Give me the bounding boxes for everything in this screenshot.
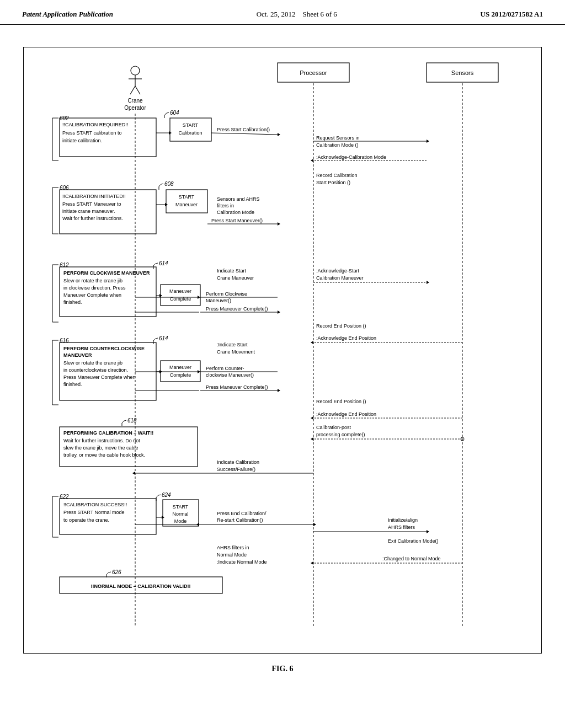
svg-text:!!CALIBRATION REQUIRED!!: !!CALIBRATION REQUIRED!!: [62, 122, 128, 127]
svg-text::Changed to Normal Mode: :Changed to Normal Mode: [382, 556, 441, 561]
svg-text:MANEUVER: MANEUVER: [63, 352, 92, 358]
svg-text::Acknowledge-Start: :Acknowledge-Start: [316, 268, 360, 274]
svg-text:Exit Calibration Mode(): Exit Calibration Mode(): [388, 538, 439, 544]
page-header: Patent Application Publication Oct. 25, …: [0, 0, 565, 25]
svg-text:Maneuver(): Maneuver(): [206, 298, 231, 303]
swimlane-wrapper: Crane Operator Processor Sensors 602 !!: [29, 53, 537, 638]
svg-text:614: 614: [159, 260, 168, 266]
svg-text:Press Maneuver Complete(): Press Maneuver Complete(): [206, 384, 268, 390]
svg-marker-152: [427, 530, 429, 533]
svg-text:Start Position (): Start Position (): [316, 180, 350, 185]
svg-text:Maneuver: Maneuver: [175, 202, 198, 207]
svg-text:Maneuver: Maneuver: [169, 288, 191, 294]
svg-text:Success/Failure(): Success/Failure(): [217, 467, 255, 472]
svg-text:!!NORMAL MODE – CALIBRATION VA: !!NORMAL MODE – CALIBRATION VALID!!: [91, 584, 191, 589]
svg-text:Press START Maneuver to: Press START Maneuver to: [62, 201, 121, 207]
svg-text:Indicate Start: Indicate Start: [217, 268, 247, 274]
svg-text:Normal Mode: Normal Mode: [217, 552, 247, 558]
svg-text:Complete: Complete: [170, 372, 191, 378]
svg-rect-20: [170, 118, 211, 141]
svg-text:Crane Maneuver: Crane Maneuver: [217, 275, 254, 281]
svg-text:Perform Clockwise: Perform Clockwise: [206, 291, 247, 297]
svg-text:624: 624: [162, 492, 171, 498]
svg-text:finished.: finished.: [63, 299, 82, 305]
svg-text:to operate the crane.: to operate the crane.: [63, 517, 109, 523]
svg-text:Calibration Mode (): Calibration Mode (): [316, 142, 359, 148]
svg-text:Record End Position (): Record End Position (): [316, 323, 366, 329]
svg-marker-80: [278, 311, 280, 314]
svg-marker-33: [311, 159, 313, 162]
svg-text:Record End Position (): Record End Position (): [316, 399, 366, 404]
svg-text:filters in: filters in: [217, 203, 234, 208]
header-right: US 2012/0271582 A1: [481, 10, 543, 19]
svg-rect-42: [166, 190, 207, 213]
svg-text:START: START: [179, 194, 195, 200]
svg-text:Re-start Calibration(): Re-start Calibration(): [217, 517, 263, 523]
svg-text:AHRS filters: AHRS filters: [388, 524, 415, 530]
svg-text:Normal: Normal: [172, 511, 188, 517]
svg-text:in clockwise direction. Press: in clockwise direction. Press: [63, 285, 126, 291]
svg-text:PERFORM COUNTERCLOCKWISE: PERFORM COUNTERCLOCKWISE: [63, 346, 145, 351]
svg-marker-26: [278, 133, 280, 136]
svg-rect-63: [161, 285, 200, 306]
svg-marker-109: [278, 389, 280, 392]
svg-text:Calibration Maneuver: Calibration Maneuver: [316, 275, 364, 281]
svg-text:Initialize/align: Initialize/align: [388, 517, 418, 523]
svg-text:processing complete(): processing complete(): [316, 432, 365, 437]
svg-text:Crane Movement: Crane Movement: [217, 349, 255, 355]
svg-text::Acknowledge-Calibration Mode: :Acknowledge-Calibration Mode: [316, 154, 386, 160]
svg-rect-92: [161, 361, 200, 382]
diagram-container: Crane Operator Processor Sensors 602 !!: [23, 47, 542, 654]
svg-text:Maneuver Complete when: Maneuver Complete when: [63, 292, 121, 298]
svg-text:Maneuver: Maneuver: [169, 365, 191, 370]
svg-text:!!CALIBRATION SUCCESS!!: !!CALIBRATION SUCCESS!!: [63, 502, 127, 507]
svg-text:Sensors and AHRS: Sensors and AHRS: [217, 196, 260, 202]
svg-line-4: [135, 86, 140, 94]
header-sheet: Sheet 6 of 6: [302, 10, 337, 18]
svg-text::Indicate Start: :Indicate Start: [217, 342, 248, 347]
main-content: Crane Operator Processor Sensors 602 !!: [0, 25, 565, 684]
svg-text:Calibration: Calibration: [178, 130, 202, 136]
svg-text:Slew or rotate the crane jib: Slew or rotate the crane jib: [63, 278, 122, 283]
svg-text:START: START: [173, 504, 189, 510]
svg-text:Press Start Calibration(): Press Start Calibration(): [217, 127, 270, 132]
svg-text:Press Maneuver Complete when: Press Maneuver Complete when: [63, 374, 136, 380]
svg-text:!!CALIBRATION INITIATED!!: !!CALIBRATION INITIATED!!: [62, 194, 126, 199]
svg-text::Indicate Normal Mode: :Indicate Normal Mode: [217, 559, 267, 565]
svg-text:trolley, or move the cable hoo: trolley, or move the cable hook block.: [63, 452, 145, 458]
svg-point-0: [131, 66, 140, 75]
svg-text:Press START Normal mode: Press START Normal mode: [63, 510, 125, 515]
svg-text:Slew or rotate the crane jib: Slew or rotate the crane jib: [63, 360, 122, 366]
header-left: Patent Application Publication: [22, 10, 113, 19]
svg-text:Wait for further instructions.: Wait for further instructions.: [62, 216, 123, 221]
diagram-svg: Crane Operator Processor Sensors 602 !!: [29, 53, 537, 638]
svg-text:initiate calibration.: initiate calibration.: [62, 138, 102, 143]
svg-text:614: 614: [159, 335, 168, 341]
svg-text:626: 626: [112, 569, 121, 575]
svg-text:Operator: Operator: [124, 105, 146, 111]
svg-text:initiate crane maneuver.: initiate crane maneuver.: [62, 208, 115, 214]
svg-line-3: [130, 86, 135, 94]
svg-text:618: 618: [127, 417, 137, 424]
svg-marker-159: [311, 561, 313, 565]
svg-text:slew the crane jib, move the c: slew the crane jib, move the cable: [63, 445, 138, 451]
svg-marker-53: [278, 222, 280, 226]
svg-marker-130: [132, 472, 135, 475]
svg-text:Wait for further instructions.: Wait for further instructions. Do not: [63, 438, 140, 443]
svg-text:PERFORM CLOCKWISE MANEUVER: PERFORM CLOCKWISE MANEUVER: [63, 270, 150, 276]
svg-text:Press End Calibration/: Press End Calibration/: [217, 511, 266, 516]
svg-text:START: START: [183, 122, 199, 128]
svg-text:604: 604: [170, 110, 179, 116]
svg-marker-125: [311, 437, 313, 441]
svg-text:Crane: Crane: [127, 98, 143, 104]
svg-marker-107: [311, 341, 313, 344]
svg-marker-29: [427, 140, 429, 143]
svg-marker-121: [311, 416, 313, 420]
svg-text::Acknowledge End Position: :Acknowledge End Position: [316, 335, 376, 341]
svg-text:in counterclockwise direction.: in counterclockwise direction.: [63, 367, 128, 373]
svg-text:Processor: Processor: [300, 69, 327, 76]
figure-caption: FIG. 6: [22, 665, 543, 673]
svg-text:Perform Counter-: Perform Counter-: [206, 366, 244, 371]
svg-text:finished.: finished.: [63, 382, 82, 387]
svg-text:Request Sensors in: Request Sensors in: [316, 135, 360, 141]
